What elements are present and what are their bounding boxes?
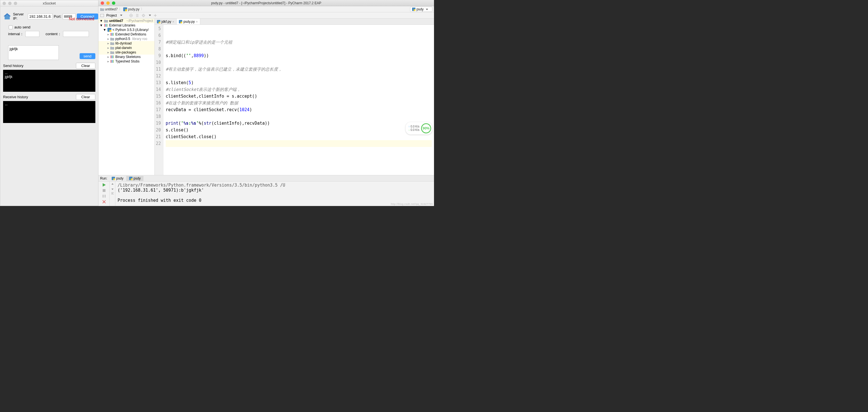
- svg-rect-10: [104, 24, 105, 27]
- tree-item[interactable]: ▸lib-dynload: [98, 41, 154, 46]
- svg-rect-29: [113, 178, 115, 180]
- svg-rect-11: [105, 24, 106, 27]
- tree-external-libs[interactable]: ▼External Libraries: [98, 23, 154, 28]
- up-icon[interactable]: [111, 183, 114, 186]
- interval-label: interval：: [8, 31, 24, 37]
- svg-rect-16: [112, 33, 113, 36]
- close-icon[interactable]: ×: [173, 20, 174, 23]
- project-toolbar: Project: [98, 12, 434, 19]
- svg-rect-15: [111, 33, 112, 36]
- pycharm-window: psdy.py - untitled7 - [~/PycharmProjects…: [98, 0, 434, 206]
- tree-item[interactable]: ▸Extended Definitions: [98, 32, 154, 37]
- breadcrumb-item[interactable]: psdy.py: [123, 7, 139, 11]
- home-icon: [3, 12, 11, 21]
- close-icon[interactable]: ×: [196, 20, 198, 23]
- svg-rect-33: [103, 189, 105, 192]
- send-history-label: Send history: [3, 64, 23, 68]
- svg-marker-32: [103, 183, 106, 186]
- svg-rect-6: [100, 14, 104, 17]
- project-label: Project: [106, 13, 117, 18]
- svg-rect-19: [112, 55, 113, 58]
- breadcrumb-item[interactable]: untitled7: [100, 7, 118, 11]
- send-button[interactable]: send: [80, 53, 95, 59]
- tree-item[interactable]: ▸Typeshed Stubs: [98, 59, 154, 64]
- svg-rect-20: [113, 55, 114, 58]
- stop-icon[interactable]: [102, 188, 106, 193]
- tree-item[interactable]: ▸site-packages: [98, 50, 154, 55]
- tree-python[interactable]: ▼< Python 3.5.3 (/Library/: [98, 28, 154, 32]
- server-ip-input[interactable]: [28, 13, 53, 20]
- clear-receive-button[interactable]: Clear: [76, 94, 95, 100]
- content-label: content：: [45, 31, 61, 37]
- down-icon[interactable]: [111, 187, 114, 190]
- gear-icon[interactable]: [142, 13, 146, 18]
- svg-point-9: [143, 14, 144, 16]
- svg-rect-25: [159, 22, 160, 23]
- chevron-down-icon[interactable]: [120, 14, 122, 16]
- play-icon[interactable]: [102, 183, 106, 187]
- interval-input[interactable]: [25, 31, 39, 37]
- xsocket-window: xSocket Server IP: Port: Connect Not con…: [0, 0, 98, 206]
- svg-rect-18: [111, 55, 112, 58]
- run-tab[interactable]: psdy: [126, 176, 144, 181]
- connection-status: Not connected: [69, 17, 94, 21]
- chevron-right-icon: 〉: [141, 7, 144, 11]
- run-config-selector[interactable]: psdy: [410, 7, 432, 12]
- svg-rect-5: [414, 9, 415, 11]
- window-title: xSocket: [0, 1, 98, 5]
- svg-rect-3: [125, 9, 127, 11]
- svg-rect-17: [113, 33, 114, 36]
- percent-gauge: 90%: [421, 123, 431, 134]
- close-icon[interactable]: [102, 200, 106, 204]
- content-input[interactable]: [63, 31, 89, 37]
- svg-rect-31: [131, 178, 132, 180]
- port-label: Port:: [54, 14, 61, 19]
- svg-rect-27: [181, 22, 182, 23]
- collapse-icon[interactable]: [135, 13, 139, 18]
- svg-rect-21: [111, 60, 112, 63]
- svg-rect-14: [110, 30, 112, 32]
- breadcrumb: untitled7 〉 psdy.py 〉: [98, 6, 434, 12]
- run-label: Run:: [100, 176, 107, 180]
- download-rate: ↓ 0.0 K/s: [408, 128, 420, 132]
- network-widget: ↑ 0.0 K/s ↓ 0.0 K/s 90%: [406, 122, 432, 135]
- clear-send-button[interactable]: Clear: [76, 63, 95, 69]
- watermark: http://blog.csdn.net/qq_31927785: [391, 203, 433, 205]
- pycharm-titlebar: psdy.py - untitled7 - [~/PycharmProjects…: [98, 0, 434, 6]
- project-tree[interactable]: ▼untitled7 ~/PycharmProject ▼External Li…: [98, 19, 155, 175]
- wrap-icon[interactable]: [111, 192, 114, 195]
- svg-rect-23: [113, 60, 114, 63]
- line-gutter: 5678910111213141516171819202122: [155, 25, 163, 175]
- tree-item[interactable]: ▸Binary Skeletons: [98, 55, 154, 59]
- pause-icon[interactable]: [102, 194, 106, 198]
- server-ip-label: Server IP:: [13, 12, 27, 21]
- window-title: psdy.py - untitled7 - [~/PycharmProjects…: [98, 1, 434, 5]
- project-icon: [100, 13, 104, 18]
- target-icon[interactable]: [129, 13, 133, 18]
- tree-root[interactable]: ▼untitled7 ~/PycharmProject: [98, 19, 154, 23]
- svg-rect-12: [106, 24, 107, 27]
- xsocket-titlebar: xSocket: [0, 0, 98, 6]
- editor-tabs: jdkf.py× psdy.py×: [155, 19, 434, 25]
- run-toolbar: [98, 181, 110, 206]
- auto-send-checkbox[interactable]: [9, 25, 13, 29]
- svg-rect-22: [112, 60, 113, 63]
- svg-point-8: [131, 15, 132, 16]
- hide-icon[interactable]: [153, 13, 157, 18]
- tree-item[interactable]: ▸plat-darwin: [98, 46, 154, 50]
- auto-send-label: auto send: [14, 25, 30, 29]
- run-tab[interactable]: psdy: [109, 176, 126, 181]
- code-lines[interactable]: #绑定端口和ip穿进去的是一个元祖 s.bind(('',8899)) #有主动…: [163, 25, 434, 175]
- console-output[interactable]: /Library/Frameworks/Python.framework/Ver…: [115, 181, 434, 206]
- code-editor[interactable]: 5678910111213141516171819202122 #绑定端口和ip…: [155, 25, 434, 175]
- editor-tab[interactable]: psdy.py×: [177, 19, 200, 25]
- chevron-right-icon: 〉: [119, 7, 122, 11]
- chevron-down-icon[interactable]: [149, 14, 151, 16]
- receive-history-box: ...: [3, 101, 95, 123]
- svg-rect-34: [103, 195, 103, 198]
- receive-history-label: Receive history: [3, 95, 28, 99]
- tree-item[interactable]: ▸python3.5 library roo: [98, 37, 154, 41]
- editor-tab[interactable]: jdkf.py×: [155, 19, 177, 25]
- svg-rect-35: [105, 195, 105, 198]
- message-textarea[interactable]: jgkfjk: [8, 45, 59, 60]
